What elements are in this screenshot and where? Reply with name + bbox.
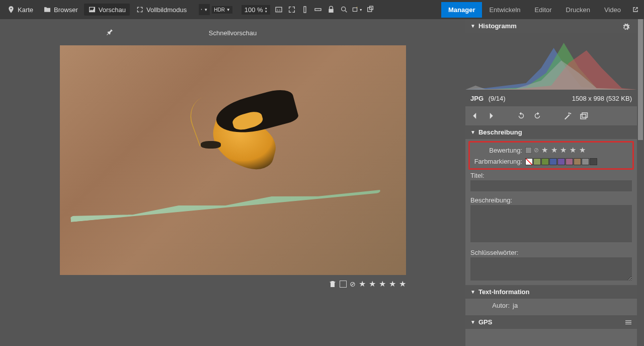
desc-field-label: Beschreibung:	[470, 196, 632, 204]
description-title: Beschreibung	[478, 128, 522, 136]
swatch-7[interactable]	[582, 158, 589, 165]
rotate-left-icon[interactable]	[517, 111, 526, 120]
swatch-none[interactable]	[525, 158, 533, 165]
main-toolbar: Karte Browser Vorschau Vollbildmodus ▼ H…	[0, 0, 644, 19]
rotate-right-icon[interactable]	[533, 111, 542, 120]
zoom-up-icon[interactable]: ▴	[265, 6, 267, 10]
swatch-8[interactable]	[590, 158, 597, 165]
scrollbar-thumb[interactable]	[638, 19, 643, 140]
histogram-display[interactable]	[465, 33, 637, 91]
star-1[interactable]: ★	[359, 279, 366, 289]
histogram-header[interactable]: ▼ Histogramm	[465, 19, 637, 33]
star-4[interactable]: ★	[389, 279, 396, 289]
lock-button[interactable]	[326, 4, 337, 15]
image-icon	[88, 6, 96, 14]
fit-h-icon	[314, 6, 322, 14]
sidebar-scrollbar[interactable]	[637, 19, 644, 346]
search-icon	[340, 6, 348, 14]
menu-icon[interactable]	[624, 318, 632, 326]
textinfo-header[interactable]: ▼ Text-Information	[465, 285, 637, 299]
swatch-3[interactable]	[549, 158, 557, 165]
textinfo-title: Text-Information	[478, 288, 530, 296]
next-icon[interactable]	[487, 111, 496, 120]
image-canvas[interactable]	[60, 45, 406, 275]
histogram-title: Histogramm	[478, 22, 517, 30]
hdr-label: HDR	[214, 7, 225, 13]
fit-1to1-button[interactable]: 1:1	[273, 4, 284, 15]
swatch-6[interactable]	[574, 158, 581, 165]
external-link-button[interactable]	[630, 4, 641, 15]
tab-develop[interactable]: Entwickeln	[482, 2, 527, 18]
rating-label: Bewertung:	[473, 147, 525, 154]
tab-editor[interactable]: Editor	[528, 2, 559, 18]
preview-area: Schnellvorschau ⊘ ★ ★ ★ ★ ★	[0, 19, 465, 346]
preview-title: Schnellvorschau	[209, 29, 257, 37]
nav-controls	[465, 106, 637, 125]
description-input[interactable]	[470, 205, 632, 242]
lightning-icon	[201, 7, 202, 13]
fit-horizontal-button[interactable]	[312, 4, 324, 15]
swatch-4[interactable]	[557, 158, 565, 165]
stack-icon[interactable]	[579, 111, 588, 120]
hdr-dropdown[interactable]: HDR ▼	[212, 6, 232, 14]
lock-icon	[327, 6, 335, 14]
panel-star-1[interactable]: ★	[541, 146, 548, 154]
fullscreen-button[interactable]: Vollbildmodus	[132, 4, 191, 16]
color-swatches	[525, 158, 597, 165]
map-button[interactable]: Karte	[3, 4, 37, 16]
color-label: Farbmarkierung:	[473, 158, 525, 165]
star-5[interactable]: ★	[399, 279, 406, 289]
clear-rating-icon[interactable]: ⊘	[534, 147, 539, 154]
zoom-control[interactable]: 100 % ▴ ▾	[242, 5, 270, 15]
zoom-down-icon[interactable]: ▾	[265, 10, 267, 13]
collapse-icon: ▼	[470, 23, 475, 29]
file-format: JPG	[470, 95, 484, 102]
pin-button[interactable]	[106, 28, 114, 38]
panel-star-5[interactable]: ★	[579, 146, 586, 154]
swatch-2[interactable]	[541, 158, 549, 165]
magnify-button[interactable]	[339, 4, 350, 15]
author-row: Autor: ja	[465, 299, 637, 312]
swatch-1[interactable]	[533, 158, 541, 165]
preview-button[interactable]: Vorschau	[84, 4, 130, 16]
quick-edit-button[interactable]: ▼	[352, 4, 363, 15]
panel-star-4[interactable]: ★	[570, 146, 576, 154]
flash-dropdown[interactable]: ▼	[199, 4, 210, 15]
keywords-input[interactable]	[470, 257, 632, 281]
description-header[interactable]: ▼ Beschreibung	[465, 125, 637, 139]
wand-icon[interactable]	[563, 111, 572, 120]
title-field-label: Titel:	[470, 172, 632, 179]
swatch-5[interactable]	[566, 158, 573, 165]
prev-icon[interactable]	[470, 111, 479, 120]
panel-star-2[interactable]: ★	[551, 146, 557, 154]
author-label: Autor:	[470, 302, 513, 309]
title-input[interactable]	[470, 180, 632, 191]
ratio-icon: 1:1	[275, 6, 283, 14]
star-2[interactable]: ★	[369, 279, 376, 289]
sidebar: ▼ Histogramm JPG (9/14) 1508 x 998 (532 …	[465, 19, 644, 346]
file-info-bar: JPG (9/14) 1508 x 998 (532 KB)	[465, 91, 637, 106]
fit-screen-button[interactable]	[286, 4, 297, 15]
tab-video[interactable]: Video	[597, 2, 628, 18]
gps-header[interactable]: ▼ GPS	[465, 315, 637, 329]
tools-button[interactable]	[365, 4, 376, 15]
svg-rect-9	[582, 113, 588, 117]
fit-vertical-button[interactable]	[299, 4, 310, 15]
no-label-small-icon[interactable]	[525, 147, 532, 154]
tab-print[interactable]: Drucken	[559, 2, 597, 18]
no-label-icon[interactable]	[340, 281, 347, 288]
svg-text:1:1: 1:1	[277, 9, 280, 12]
fit-v-icon	[301, 6, 309, 14]
star-3[interactable]: ★	[379, 279, 386, 289]
color-row: Farbmarkierung:	[473, 158, 629, 165]
tab-manager[interactable]: Manager	[441, 2, 482, 18]
rating-row: Bewertung: ⊘ ★ ★ ★ ★ ★	[473, 146, 629, 155]
preview-label: Vorschau	[99, 6, 126, 14]
browser-button[interactable]: Browser	[39, 4, 82, 16]
author-value: ja	[513, 302, 518, 309]
panel-star-3[interactable]: ★	[560, 146, 567, 154]
preview-rating-bar: ⊘ ★ ★ ★ ★ ★	[60, 279, 406, 289]
no-rating-icon[interactable]: ⊘	[350, 280, 356, 288]
gear-icon[interactable]	[622, 23, 630, 31]
trash-icon[interactable]	[329, 280, 337, 288]
